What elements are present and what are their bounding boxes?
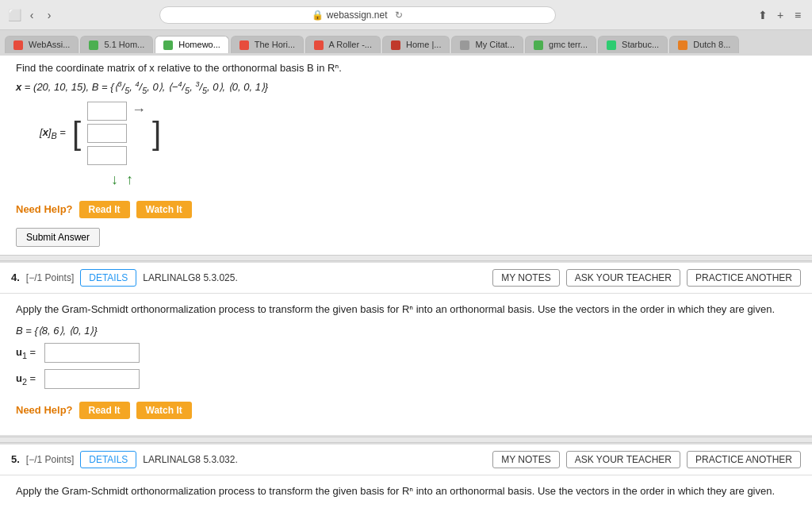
tab-51hom[interactable]: 5.1 Hom... bbox=[80, 36, 153, 53]
matrix-input-1[interactable] bbox=[87, 102, 127, 121]
problem-5-ask-teacher-button[interactable]: ASK YOUR TEACHER bbox=[566, 451, 680, 468]
prev-need-help-label: Need Help? bbox=[16, 203, 73, 215]
problem-4-body: Apply the Gram-Schmidt orthonormalizatio… bbox=[0, 294, 812, 435]
tab-homework[interactable]: Homewo... bbox=[155, 36, 229, 53]
reload-icon[interactable]: ↻ bbox=[395, 10, 403, 21]
problem-5-id: LARLINALG8 5.3.032. bbox=[143, 454, 237, 465]
share-icon[interactable]: ⬆ bbox=[756, 9, 769, 21]
section-divider-1 bbox=[0, 255, 812, 261]
matrix-right-bracket: ] bbox=[152, 117, 161, 149]
tab-dutch[interactable]: Dutch 8... bbox=[669, 36, 739, 53]
main-content: Find the coordinate matrix of x relative… bbox=[0, 56, 812, 508]
tab-mycitat[interactable]: My Citat... bbox=[451, 36, 523, 53]
prev-problem-section: Find the coordinate matrix of x relative… bbox=[0, 56, 812, 255]
problem-5-statement: Apply the Gram-Schmidt orthonormalizatio… bbox=[16, 485, 796, 497]
submit-answer-button[interactable]: Submit Answer bbox=[16, 228, 100, 247]
matrix-left-bracket: [ bbox=[72, 117, 81, 149]
problem-5-header-left: 5. [−/1 Points] DETAILS LARLINALG8 5.3.0… bbox=[11, 451, 238, 468]
problem-5-body: Apply the Gram-Schmidt orthonormalizatio… bbox=[0, 475, 812, 508]
problem-4-my-notes-button[interactable]: MY NOTES bbox=[492, 269, 559, 287]
problem-4-u1-row: u1 = bbox=[16, 343, 796, 363]
problem-4-statement: Apply the Gram-Schmidt orthonormalizatio… bbox=[16, 303, 796, 315]
tab-home[interactable]: Home |... bbox=[382, 36, 450, 53]
problem-4-details-button[interactable]: DETAILS bbox=[80, 269, 136, 287]
window-controls: ⬜ bbox=[8, 9, 21, 21]
tab-starbucks[interactable]: Starbuc... bbox=[598, 36, 668, 53]
problem-4-need-help: Need Help? Read It Watch It bbox=[16, 395, 796, 422]
tab-webassign[interactable]: WebAssi... bbox=[5, 36, 79, 53]
problem-4-u1-input[interactable] bbox=[44, 343, 140, 363]
tab-thehori[interactable]: The Hori... bbox=[231, 36, 304, 53]
problem-5-header-right: MY NOTES ASK YOUR TEACHER PRACTICE ANOTH… bbox=[492, 451, 801, 468]
problem-4-id: LARLINALG8 5.3.025. bbox=[143, 272, 237, 283]
problem-5-number: 5. bbox=[11, 453, 20, 465]
problem-4-header-left: 4. [−/1 Points] DETAILS LARLINALG8 5.3.0… bbox=[11, 269, 238, 287]
browser-chrome: ⬜ ‹ › 🔒 webassign.net ↻ ⬆ + ≡ bbox=[0, 0, 812, 30]
problem-4-section: 4. [−/1 Points] DETAILS LARLINALG8 5.3.0… bbox=[0, 261, 812, 437]
problem-4-u2-input[interactable] bbox=[44, 369, 140, 389]
prev-read-it-button[interactable]: Read It bbox=[79, 201, 130, 218]
problem-4-basis: B = {⟨8, 6⟩, ⟨0, 1⟩} bbox=[16, 325, 796, 337]
up-arrow-icon: ↑ bbox=[126, 171, 133, 188]
prev-watch-it-button[interactable]: Watch It bbox=[136, 201, 192, 218]
problem-5-header: 5. [−/1 Points] DETAILS LARLINALG8 5.3.0… bbox=[0, 443, 812, 475]
problem-5-points: [−/1 Points] bbox=[26, 454, 74, 465]
section-divider-2 bbox=[0, 437, 812, 443]
problem-4-u2-row: u2 = bbox=[16, 369, 796, 389]
more-icon[interactable]: ≡ bbox=[791, 9, 804, 21]
down-arrow-icon: ↓ bbox=[111, 171, 118, 188]
problem-4-need-help-label: Need Help? bbox=[16, 404, 73, 416]
problem-4-header: 4. [−/1 Points] DETAILS LARLINALG8 5.3.0… bbox=[0, 261, 812, 294]
tab-gmc[interactable]: gmc terr... bbox=[525, 36, 596, 53]
problem-4-u1-label: u1 = bbox=[16, 346, 40, 360]
forward-button[interactable]: › bbox=[43, 9, 56, 21]
problem-5-my-notes-button[interactable]: MY NOTES bbox=[492, 451, 559, 468]
prev-need-help: Need Help? Read It Watch It bbox=[16, 194, 796, 221]
tab-bar: WebAssi... 5.1 Hom... Homewo... The Hori… bbox=[0, 30, 812, 56]
problem-4-points: [−/1 Points] bbox=[26, 272, 74, 283]
problem-4-u2-label: u2 = bbox=[16, 372, 40, 387]
problem-4-watch-it-button[interactable]: Watch It bbox=[136, 402, 192, 419]
prev-problem-text: Find the coordinate matrix of x relative… bbox=[16, 62, 342, 74]
problem-5-practice-button[interactable]: PRACTICE ANOTHER bbox=[687, 451, 801, 468]
url-text: webassign.net bbox=[327, 10, 388, 21]
problem-5-details-button[interactable]: DETAILS bbox=[80, 451, 136, 468]
browser-actions: ⬆ + ≡ bbox=[756, 9, 804, 21]
problem-4-read-it-button[interactable]: Read It bbox=[79, 402, 130, 419]
address-bar[interactable]: 🔒 webassign.net ↻ bbox=[159, 6, 556, 24]
matrix-inputs: → bbox=[87, 102, 146, 165]
browser-controls: ⬜ ‹ › bbox=[8, 9, 56, 21]
back-button[interactable]: ‹ bbox=[25, 9, 38, 21]
matrix-input-3[interactable] bbox=[87, 146, 127, 165]
problem-4-practice-button[interactable]: PRACTICE ANOTHER bbox=[687, 269, 801, 287]
matrix-label: [x]B = bbox=[40, 126, 66, 140]
matrix-input-2[interactable] bbox=[87, 124, 127, 143]
matrix-area: [x]B = [ → ] bbox=[40, 102, 796, 165]
lock-icon: 🔒 bbox=[312, 10, 324, 21]
new-tab-icon[interactable]: + bbox=[774, 9, 787, 21]
matrix-arrow-right: → bbox=[132, 102, 146, 121]
problem-4-number: 4. bbox=[11, 271, 20, 283]
problem-5-section: 5. [−/1 Points] DETAILS LARLINALG8 5.3.0… bbox=[0, 443, 812, 508]
problem-4-header-right: MY NOTES ASK YOUR TEACHER PRACTICE ANOTH… bbox=[492, 269, 801, 287]
problem-4-ask-teacher-button[interactable]: ASK YOUR TEACHER bbox=[566, 269, 680, 287]
tab-roller[interactable]: A Roller -... bbox=[305, 36, 381, 53]
prev-problem-equation: x = (20, 10, 15), B = {⟨3/5, 4/5, 0⟩, ⟨−… bbox=[16, 81, 268, 93]
